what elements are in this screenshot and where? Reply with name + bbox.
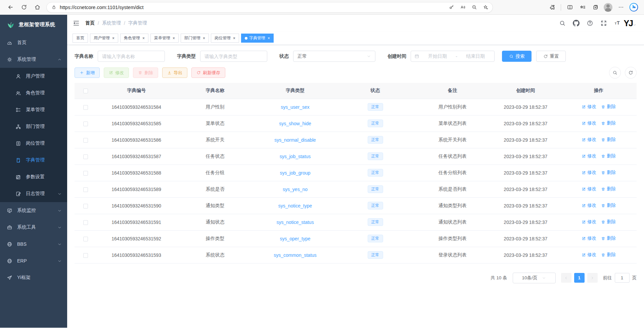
row-delete-button[interactable]: 删除 bbox=[601, 219, 616, 225]
add-button[interactable]: 新增 bbox=[75, 67, 100, 78]
row-checkbox[interactable] bbox=[83, 138, 88, 143]
sidebar-item-dict-management[interactable]: 字典管理 bbox=[0, 152, 67, 169]
row-edit-button[interactable]: 修改 bbox=[582, 137, 596, 143]
dict-type-link[interactable]: sys_yes_no bbox=[283, 187, 308, 192]
row-checkbox[interactable] bbox=[83, 253, 88, 258]
sidebar-item-post-management[interactable]: 岗位管理 bbox=[0, 135, 67, 152]
row-delete-button[interactable]: 删除 bbox=[601, 137, 616, 143]
sidebar-item-role-management[interactable]: 角色管理 bbox=[0, 85, 67, 101]
row-edit-button[interactable]: 修改 bbox=[582, 104, 596, 110]
tab-close-icon[interactable]: × bbox=[142, 36, 145, 40]
row-delete-button[interactable]: 删除 bbox=[601, 170, 616, 176]
row-edit-button[interactable]: 修改 bbox=[582, 120, 596, 126]
tab-close-icon[interactable]: × bbox=[173, 36, 175, 40]
row-checkbox[interactable] bbox=[83, 204, 88, 208]
sidebar-item-system-management[interactable]: 系统管理 bbox=[0, 51, 67, 68]
fullscreen-icon[interactable] bbox=[600, 20, 607, 27]
row-delete-button[interactable]: 删除 bbox=[601, 235, 616, 241]
row-checkbox[interactable] bbox=[83, 237, 88, 241]
row-edit-button[interactable]: 修改 bbox=[582, 252, 596, 258]
sidebar-item-user-management[interactable]: 用户管理 bbox=[0, 68, 67, 85]
favorite-add-button[interactable] bbox=[480, 3, 491, 12]
row-edit-button[interactable]: 修改 bbox=[582, 186, 596, 192]
split-screen-button[interactable] bbox=[564, 2, 576, 13]
font-size-icon[interactable]: TT bbox=[614, 20, 621, 27]
row-delete-button[interactable]: 删除 bbox=[601, 202, 616, 208]
row-checkbox[interactable] bbox=[83, 154, 88, 159]
row-checkbox[interactable] bbox=[83, 187, 88, 192]
zoom-out-button[interactable] bbox=[469, 3, 479, 12]
dict-type-link[interactable]: sys_user_sex bbox=[281, 104, 310, 110]
row-delete-button[interactable]: 删除 bbox=[601, 252, 616, 258]
dict-type-link[interactable]: sys_job_group bbox=[280, 170, 311, 176]
sidebar-item-bbs[interactable]: BBS bbox=[0, 236, 67, 252]
github-icon[interactable] bbox=[573, 20, 580, 27]
profile-avatar[interactable] bbox=[602, 2, 614, 13]
delete-button[interactable]: 删除 bbox=[133, 67, 158, 78]
page-number-button[interactable]: 1 bbox=[574, 273, 585, 283]
sidebar-item-home[interactable]: 首页 bbox=[0, 34, 67, 51]
toggle-search-button[interactable] bbox=[609, 67, 621, 79]
sidebar-item-param-settings[interactable]: 参数设置 bbox=[0, 169, 67, 185]
sidebar-item-system-tools[interactable]: 系统工具 bbox=[0, 219, 67, 236]
dict-type-link[interactable]: sys_oper_type bbox=[280, 236, 311, 241]
row-edit-button[interactable]: 修改 bbox=[582, 202, 596, 208]
prev-page-button[interactable] bbox=[561, 273, 571, 283]
export-button[interactable]: 导出 bbox=[162, 67, 187, 78]
refresh-table-button[interactable] bbox=[625, 67, 637, 79]
page-size-select[interactable]: 10条/页 bbox=[513, 273, 556, 283]
collections-button[interactable] bbox=[590, 2, 601, 13]
row-checkbox[interactable] bbox=[83, 220, 88, 225]
row-checkbox[interactable] bbox=[83, 122, 88, 126]
row-delete-button[interactable]: 删除 bbox=[601, 120, 616, 126]
sidebar-item-log-management[interactable]: 日志管理 bbox=[0, 185, 67, 202]
row-edit-button[interactable]: 修改 bbox=[582, 235, 596, 241]
row-delete-button[interactable]: 删除 bbox=[601, 153, 616, 159]
sidebar-item-erp[interactable]: ERP bbox=[0, 252, 67, 269]
tab-dict-management[interactable]: 字典管理× bbox=[241, 34, 274, 43]
row-delete-button[interactable]: 删除 bbox=[601, 104, 616, 110]
extensions-button[interactable] bbox=[546, 2, 558, 13]
search-button[interactable]: 搜索 bbox=[502, 51, 532, 62]
favorites-bar-button[interactable] bbox=[577, 2, 588, 13]
dict-type-link[interactable]: sys_job_status bbox=[280, 154, 311, 159]
sidebar-logo[interactable]: 意框架管理系统 bbox=[0, 15, 67, 34]
tab-close-icon[interactable]: × bbox=[268, 36, 270, 40]
dict-type-link[interactable]: sys_show_hide bbox=[279, 121, 311, 126]
edit-button[interactable]: 修改 bbox=[104, 67, 129, 78]
dict-type-link[interactable]: sys_notice_status bbox=[276, 220, 314, 225]
dict-name-input[interactable] bbox=[98, 51, 165, 62]
help-icon[interactable] bbox=[587, 20, 593, 27]
date-range-picker[interactable]: 开始日期 - 结束日期 bbox=[411, 51, 495, 62]
row-edit-button[interactable]: 修改 bbox=[582, 219, 596, 225]
more-button[interactable] bbox=[615, 2, 627, 13]
key-button[interactable] bbox=[446, 3, 456, 12]
select-all-checkbox[interactable] bbox=[83, 89, 88, 93]
dict-type-link[interactable]: sys_normal_disable bbox=[274, 137, 316, 143]
menu-fold-icon[interactable] bbox=[73, 19, 80, 27]
row-edit-button[interactable]: 修改 bbox=[582, 170, 596, 176]
sidebar-item-yi-framework[interactable]: Yi框架 bbox=[0, 269, 67, 286]
refresh-button[interactable] bbox=[18, 2, 30, 13]
tab-user-management[interactable]: 用户管理× bbox=[90, 34, 118, 43]
tab-home[interactable]: 首页 bbox=[73, 34, 88, 43]
row-checkbox[interactable] bbox=[83, 171, 88, 176]
breadcrumb-item[interactable]: 首页 bbox=[85, 20, 95, 26]
dict-type-link[interactable]: sys_common_status bbox=[274, 252, 317, 258]
tab-close-icon[interactable]: × bbox=[112, 36, 114, 40]
tab-role-management[interactable]: 角色管理× bbox=[120, 34, 148, 43]
dict-type-link[interactable]: sys_notice_type bbox=[278, 203, 312, 208]
row-checkbox[interactable] bbox=[83, 105, 88, 110]
refresh-cache-button[interactable]: 刷新缓存 bbox=[191, 67, 225, 78]
sidebar-item-system-monitor[interactable]: 系统监控 bbox=[0, 202, 67, 219]
tab-post-management[interactable]: 岗位管理× bbox=[211, 34, 239, 43]
row-delete-button[interactable]: 删除 bbox=[601, 186, 616, 192]
sidebar-item-menu-management[interactable]: 菜单管理 bbox=[0, 101, 67, 118]
address-bar[interactable]: https://ccnetcore.com:1101/system/dict bbox=[46, 2, 493, 13]
bing-button[interactable] bbox=[628, 2, 639, 13]
user-logo[interactable]: YJ bbox=[624, 19, 633, 28]
goto-page-input[interactable] bbox=[615, 273, 630, 283]
chevron-down-icon[interactable] bbox=[633, 23, 637, 27]
tab-close-icon[interactable]: × bbox=[203, 36, 205, 40]
reset-button[interactable]: 重置 bbox=[536, 51, 566, 62]
